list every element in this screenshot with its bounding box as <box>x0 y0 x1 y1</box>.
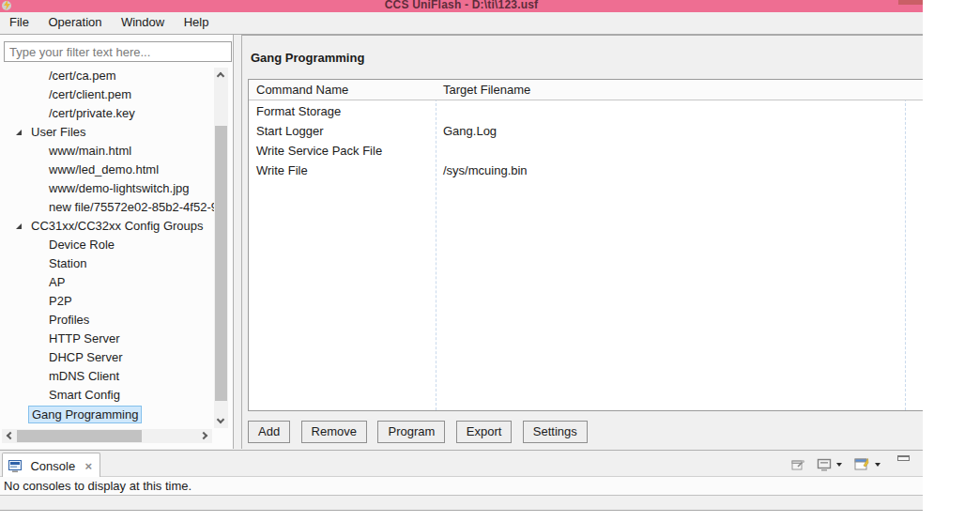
tree-item-device-role[interactable]: Device Role <box>0 236 214 254</box>
scroll-up-button[interactable] <box>214 68 228 82</box>
table-row[interactable]: Start Logger Gang.Log <box>249 121 923 141</box>
tree-item-cert-ca[interactable]: /cert/ca.pem <box>0 67 214 85</box>
remove-button[interactable]: Remove <box>301 421 367 443</box>
menu-window[interactable]: Window <box>114 12 172 34</box>
console-icon <box>8 460 22 472</box>
program-button[interactable]: Program <box>377 421 445 443</box>
table-row[interactable]: Write Service Pack File <box>249 141 923 161</box>
scroll-down-button[interactable] <box>214 414 228 428</box>
gang-programming-panel: Gang Programming Command Name Target Fil… <box>241 35 923 449</box>
column-header-command-name[interactable]: Command Name <box>249 80 436 100</box>
app-window: CCS UniFlash - D:\ti\123.usf File Operat… <box>0 0 923 511</box>
tree-item-ap[interactable]: AP <box>0 273 214 292</box>
tree-item-cert-client[interactable]: /cert/client.pem <box>0 85 214 104</box>
scroll-right-button[interactable] <box>198 429 212 443</box>
session-tree-panel: /cert/ca.pem /cert/client.pem /cert/priv… <box>0 35 234 449</box>
commands-table: Command Name Target Filename Format Stor… <box>248 79 923 411</box>
pin-console-icon[interactable] <box>791 458 805 471</box>
console-tab-label: Console <box>30 459 75 473</box>
expand-arrow-icon[interactable] <box>16 223 22 229</box>
vertical-scroll-thumb[interactable] <box>215 126 227 401</box>
tree-item-gang-programming[interactable]: Gang Programming <box>0 405 214 423</box>
close-tab-icon[interactable]: × <box>85 459 93 473</box>
console-status-strip <box>0 496 923 511</box>
config-tree: /cert/ca.pem /cert/client.pem /cert/priv… <box>0 67 214 428</box>
filter-input[interactable] <box>4 41 232 62</box>
tree-item-config-groups[interactable]: CC31xx/CC32xx Config Groups <box>0 217 214 236</box>
tree-item-smart-config[interactable]: Smart Config <box>0 386 214 405</box>
console-display-dropdown-icon[interactable] <box>836 463 842 467</box>
tree-item-new-file[interactable]: new file/75572e02-85b2-4f52-9 <box>0 198 214 217</box>
console-view: Console × <box>0 450 923 511</box>
display-selected-console-icon[interactable] <box>817 458 832 471</box>
main-area: /cert/ca.pem /cert/client.pem /cert/priv… <box>0 35 923 449</box>
tree-item-profiles[interactable]: Profiles <box>0 311 214 330</box>
tree-item-http-server[interactable]: HTTP Server <box>0 330 214 348</box>
table-row[interactable]: Write File /sys/mcuing.bin <box>249 161 923 180</box>
menu-operation[interactable]: Operation <box>40 12 109 34</box>
table-header: Command Name Target Filename <box>249 80 923 100</box>
tree-item-station[interactable]: Station <box>0 254 214 273</box>
minimize-view-icon[interactable] <box>897 455 910 461</box>
table-row[interactable]: Format Storage <box>249 101 923 121</box>
table-body: Format Storage Start Logger Gang.Log Wri… <box>249 101 923 180</box>
console-tab[interactable]: Console × <box>2 453 100 477</box>
add-button[interactable]: Add <box>248 421 290 443</box>
menu-file[interactable]: File <box>2 12 37 34</box>
window-title: CCS UniFlash - D:\ti\123.usf <box>0 0 923 11</box>
tree-item-dhcp-server[interactable]: DHCP Server <box>0 348 214 367</box>
horizontal-scroll-thumb[interactable] <box>17 430 142 442</box>
tree-item-cert-private[interactable]: /cert/private.key <box>0 104 214 123</box>
titlebar: CCS UniFlash - D:\ti\123.usf <box>0 0 923 12</box>
tree-item-led-demo[interactable]: www/led_demo.html <box>0 161 214 179</box>
settings-button[interactable]: Settings <box>523 421 588 443</box>
menubar: File Operation Window Help <box>0 12 923 35</box>
tree-item-main-html[interactable]: www/main.html <box>0 142 214 161</box>
console-message: No consoles to display at this time. <box>0 477 923 496</box>
tree-item-user-files[interactable]: User Files <box>0 123 214 142</box>
export-button[interactable]: Export <box>456 421 513 443</box>
tree-item-mdns-client[interactable]: mDNS Client <box>0 367 214 386</box>
console-tab-bar: Console × <box>0 451 923 477</box>
tree-horizontal-scrollbar[interactable] <box>2 429 212 443</box>
panel-heading: Gang Programming <box>251 51 364 65</box>
open-console-icon[interactable] <box>854 457 870 471</box>
command-buttons: Add Remove Program Export Settings <box>248 421 594 444</box>
open-console-dropdown-icon[interactable] <box>875 463 880 467</box>
expand-arrow-icon[interactable] <box>16 130 22 135</box>
scroll-left-button[interactable] <box>2 429 16 443</box>
menu-help[interactable]: Help <box>176 12 217 34</box>
close-button[interactable] <box>898 0 923 5</box>
tree-item-p2p[interactable]: P2P <box>0 292 214 311</box>
tree-item-lightswitch[interactable]: www/demo-lightswitch.jpg <box>0 179 214 198</box>
tree-vertical-scrollbar[interactable] <box>214 68 228 428</box>
console-toolbar <box>784 455 910 472</box>
column-header-target-filename[interactable]: Target Filename <box>436 80 905 100</box>
